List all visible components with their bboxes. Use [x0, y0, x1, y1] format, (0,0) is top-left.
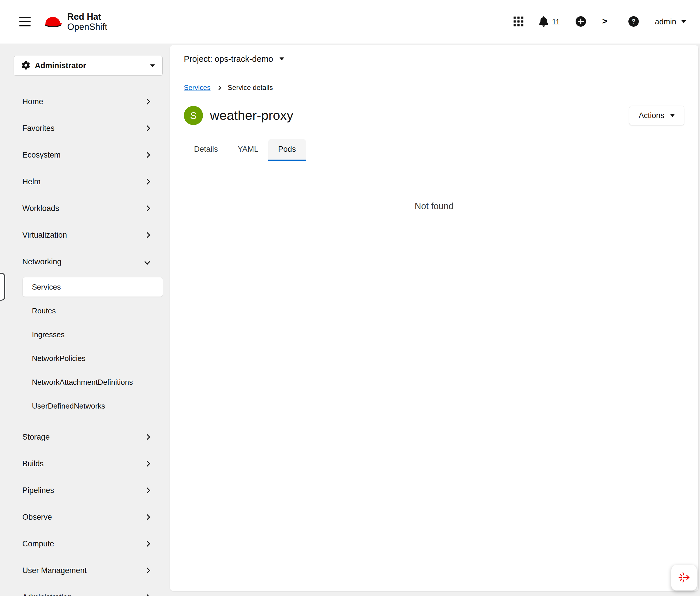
- caret-down-icon: [681, 20, 686, 23]
- sidebar-item-label: Home: [22, 97, 43, 106]
- caret-down-icon: [670, 114, 675, 117]
- user-menu[interactable]: admin: [655, 18, 686, 26]
- actions-button[interactable]: Actions: [629, 106, 684, 125]
- sidebar-item-networkattachmentdefinitions[interactable]: NetworkAttachmentDefinitions: [0, 370, 170, 394]
- chevron-right-icon: [217, 85, 222, 90]
- web-terminal-button[interactable]: >_: [602, 17, 613, 27]
- masthead: Red Hat OpenShift 11: [0, 0, 700, 44]
- caret-down-icon: [280, 57, 284, 60]
- sidebar-item-label: Storage: [22, 432, 50, 442]
- chevron-right-icon: [145, 568, 150, 573]
- service-resource-badge: S: [184, 106, 203, 125]
- lightspeed-icon: [677, 571, 691, 585]
- sidebar-item-helm[interactable]: Helm: [0, 168, 170, 195]
- caret-down-icon: [150, 65, 155, 67]
- sidebar-item-workloads[interactable]: Workloads: [0, 195, 170, 222]
- chevron-right-icon: [145, 461, 150, 467]
- terminal-icon: >_: [602, 17, 613, 27]
- help-button[interactable]: ?: [628, 16, 639, 28]
- sidebar-item-routes[interactable]: Routes: [0, 299, 170, 323]
- sidebar-item-pipelines[interactable]: Pipelines: [0, 477, 170, 504]
- sidebar-item-label: Workloads: [22, 204, 59, 213]
- sidebar-item-label: Ecosystem: [22, 151, 60, 159]
- chevron-right-icon: [145, 514, 150, 520]
- tab-label: YAML: [238, 145, 259, 154]
- sidebar-item-userdefinednetworks[interactable]: UserDefinedNetworks: [0, 394, 170, 418]
- brand-line1: Red Hat: [67, 11, 107, 22]
- sidebar-item-label: Networking: [22, 257, 61, 266]
- project-selector[interactable]: Project: ops-track-demo: [170, 45, 698, 73]
- quick-create-button[interactable]: [575, 16, 586, 28]
- brand-line2: OpenShift: [67, 22, 107, 32]
- notification-count: 11: [552, 18, 560, 26]
- sidebar-item-ingresses[interactable]: Ingresses: [0, 323, 170, 346]
- sidebar-item-label: NetworkPolicies: [32, 354, 85, 363]
- sidebar-item-observe[interactable]: Observe: [0, 504, 170, 530]
- sidebar-item-compute[interactable]: Compute: [0, 530, 170, 557]
- sidebar-item-label: Helm: [22, 177, 41, 186]
- plus-circle-icon: [575, 16, 586, 28]
- chevron-right-icon: [145, 232, 150, 238]
- tab-details[interactable]: Details: [184, 139, 228, 161]
- app-launcher-button[interactable]: [514, 17, 523, 27]
- actions-button-label: Actions: [639, 111, 664, 120]
- notifications-button[interactable]: 11: [539, 16, 560, 28]
- tab-yaml[interactable]: YAML: [228, 139, 268, 161]
- lightspeed-button[interactable]: [671, 565, 697, 591]
- sidebar-item-networking[interactable]: Networking: [0, 248, 170, 275]
- sidebar-item-user-management[interactable]: User Management: [0, 557, 170, 584]
- chevron-right-icon: [145, 541, 150, 547]
- cog-icon: [22, 61, 30, 71]
- sidebar-item-label: User Management: [22, 566, 87, 575]
- username: admin: [655, 18, 676, 26]
- chevron-right-icon: [145, 594, 150, 596]
- svg-text:?: ?: [632, 18, 636, 25]
- perspective-switcher[interactable]: Administrator: [14, 56, 163, 76]
- perspective-label: Administrator: [35, 61, 86, 70]
- sidebar-item-services[interactable]: Services: [23, 277, 163, 297]
- sidebar-item-storage[interactable]: Storage: [0, 424, 170, 450]
- sidebar-item-label: Compute: [22, 540, 54, 548]
- tab-label: Pods: [278, 145, 296, 154]
- sidebar-item-networkpolicies[interactable]: NetworkPolicies: [0, 346, 170, 370]
- chevron-right-icon: [145, 205, 150, 211]
- empty-state-message: Not found: [170, 201, 698, 212]
- sidebar-item-label: Virtualization: [22, 231, 67, 240]
- sidebar-item-label: Ingresses: [32, 330, 64, 339]
- sidebar-item-builds[interactable]: Builds: [0, 450, 170, 477]
- sidebar-item-label: UserDefinedNetworks: [32, 402, 105, 411]
- sidebar-item-label: Favorites: [22, 124, 54, 133]
- sidebar-item-favorites[interactable]: Favorites: [0, 115, 170, 142]
- project-selector-label: Project: ops-track-demo: [184, 54, 273, 64]
- sidebar-item-ecosystem[interactable]: Ecosystem: [0, 142, 170, 168]
- chevron-right-icon: [145, 179, 150, 184]
- tab-pods[interactable]: Pods: [268, 139, 306, 161]
- tab-label: Details: [194, 145, 218, 154]
- chevron-right-icon: [145, 99, 150, 104]
- chevron-right-icon: [145, 434, 150, 440]
- breadcrumb-link-services[interactable]: Services: [184, 83, 210, 92]
- chevron-down-icon: [145, 259, 150, 265]
- chevron-right-icon: [145, 488, 150, 493]
- brand-logo: Red Hat OpenShift: [44, 11, 107, 32]
- breadcrumb-current: Service details: [228, 83, 273, 92]
- breadcrumb: Services Service details: [184, 83, 684, 92]
- sidebar-item-label: NetworkAttachmentDefinitions: [32, 378, 133, 387]
- page-title: weather-proxy: [210, 108, 293, 123]
- sidebar-item-administration[interactable]: Administration: [0, 584, 170, 596]
- sidebar-item-label: Builds: [22, 459, 44, 468]
- sidebar-item-label: Services: [32, 282, 61, 292]
- sidebar-item-virtualization[interactable]: Virtualization: [0, 222, 170, 248]
- drawer-handle[interactable]: [0, 273, 5, 301]
- grid-icon: [514, 17, 523, 27]
- bell-icon: [539, 16, 548, 28]
- chevron-right-icon: [145, 125, 150, 131]
- sidebar-item-home[interactable]: Home: [0, 88, 170, 115]
- nav-toggle-button[interactable]: [19, 17, 31, 26]
- main-content: Project: ops-track-demo Services Service…: [170, 45, 698, 591]
- sidebar-item-label: Pipelines: [22, 486, 54, 495]
- sidebar-item-label: Routes: [32, 306, 56, 316]
- chevron-right-icon: [145, 152, 150, 158]
- redhat-hat-icon: [44, 15, 62, 29]
- sidebar-item-label: Administration: [22, 593, 72, 596]
